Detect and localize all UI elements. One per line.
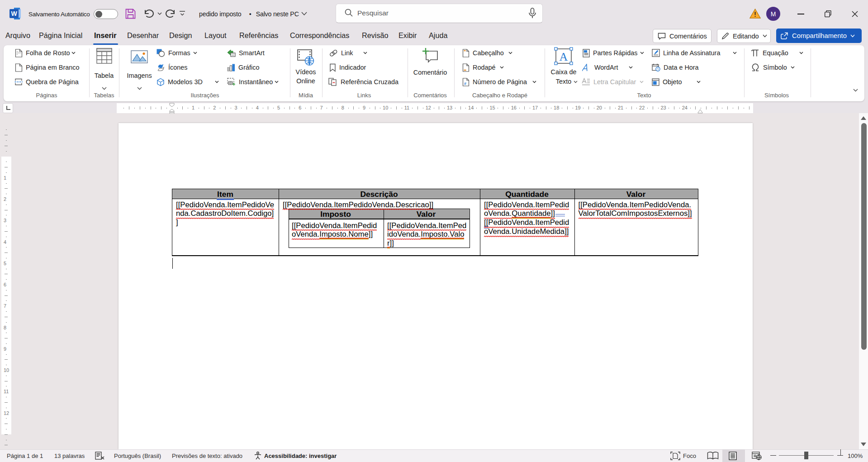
svg-text:W: W (11, 10, 17, 17)
svg-text:#: # (464, 81, 466, 86)
svg-text:A: A (560, 50, 568, 63)
